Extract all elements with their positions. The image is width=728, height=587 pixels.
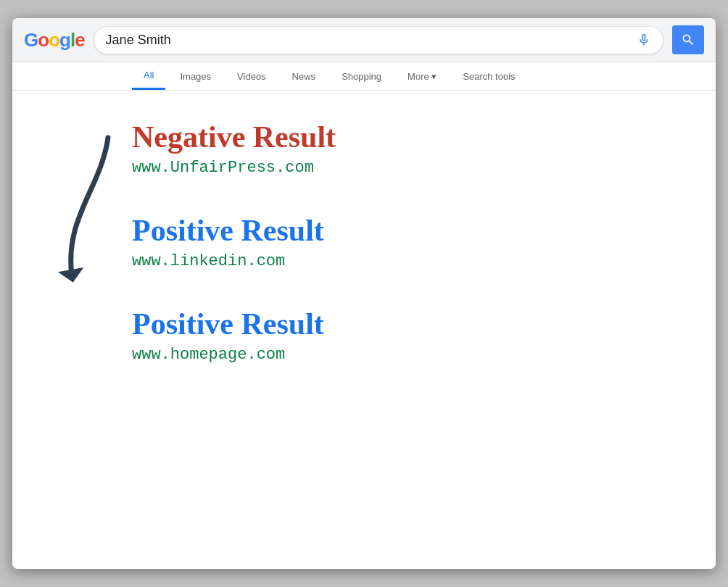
result-3-title: Positive Result [132,307,716,341]
tab-news[interactable]: News [281,64,328,89]
logo-letter-g: G [24,29,38,51]
google-logo: Google [24,29,85,51]
result-1-url[interactable]: www.UnfairPress.com [132,159,716,177]
mic-icon [637,33,651,47]
result-2-url[interactable]: www.linkedin.com [132,252,716,270]
tab-all[interactable]: All [132,62,165,90]
tab-shopping[interactable]: Shopping [330,64,393,89]
svg-marker-0 [58,267,86,283]
logo-letter-o2: o [49,29,59,51]
search-bar[interactable] [94,26,663,54]
search-results: Negative Result www.UnfairPress.com Posi… [12,91,716,569]
tab-images[interactable]: Images [168,64,223,89]
browser-window: Google All Images Videos News Shopping M… [12,18,716,569]
search-icon [681,33,695,47]
result-1: Negative Result www.UnfairPress.com [132,120,716,177]
tab-more[interactable]: More ▾ [396,64,448,89]
nav-tabs: All Images Videos News Shopping More ▾ S… [12,62,716,91]
logo-letter-e: e [75,29,84,51]
tab-videos[interactable]: Videos [226,64,278,89]
result-2-title: Positive Result [132,213,716,248]
arrow-graphic [50,130,130,283]
microphone-button[interactable] [637,33,651,47]
header: Google [12,18,716,62]
search-button[interactable] [672,25,704,54]
search-input[interactable] [106,33,631,48]
result-2: Positive Result www.linkedin.com [132,213,716,270]
result-3-url[interactable]: www.homepage.com [132,346,716,364]
tab-search-tools[interactable]: Search tools [451,64,526,89]
logo-letter-g2: g [59,29,70,51]
result-1-title: Negative Result [132,120,716,154]
logo-letter-o1: o [38,29,49,51]
result-3: Positive Result www.homepage.com [132,307,716,364]
